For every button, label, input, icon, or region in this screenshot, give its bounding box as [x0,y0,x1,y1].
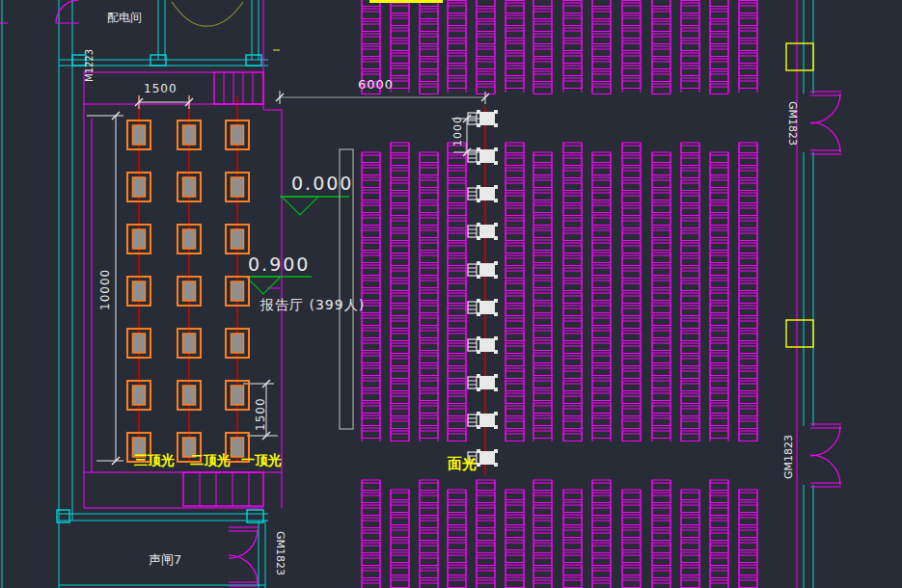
dim-1000-speaker-spacing: 1000 [452,116,463,147]
door-tag-gm1823-bottom-right: GM1823 [783,435,794,479]
floor-plan-drawing [0,0,902,588]
light-batten-2-label: 二顶光 [190,453,231,467]
dim-10000-stage-depth: 10000 [99,269,111,310]
cad-canvas[interactable]: 配电间 M1223 1500 10000 1500 6000 1000 0.00… [0,0,902,588]
door-tag-gm1823-bottom-left: GM1823 [275,531,286,575]
dim-6000-hall: 6000 [358,78,394,91]
hall-name-label: 报告厅 (399人) [260,298,365,311]
light-batten-1-label: 一顶光 [241,453,282,467]
room-label-distribution-room: 配电间 [107,12,142,23]
light-batten-3-label: 三顶光 [134,453,175,467]
dim-1500-vertical: 1500 [255,397,266,431]
front-light-label: 面光 [448,457,477,471]
level-marker-0000: 0.000 [291,174,353,193]
door-tag-gm1823-top-right: GM1823 [787,101,798,146]
door-tag-m1223: M1223 [85,49,95,82]
level-marker-0900: 0.900 [248,255,310,274]
room-label-sound-lock: 声闸7 [149,553,181,566]
dim-1500-top: 1500 [144,83,178,94]
